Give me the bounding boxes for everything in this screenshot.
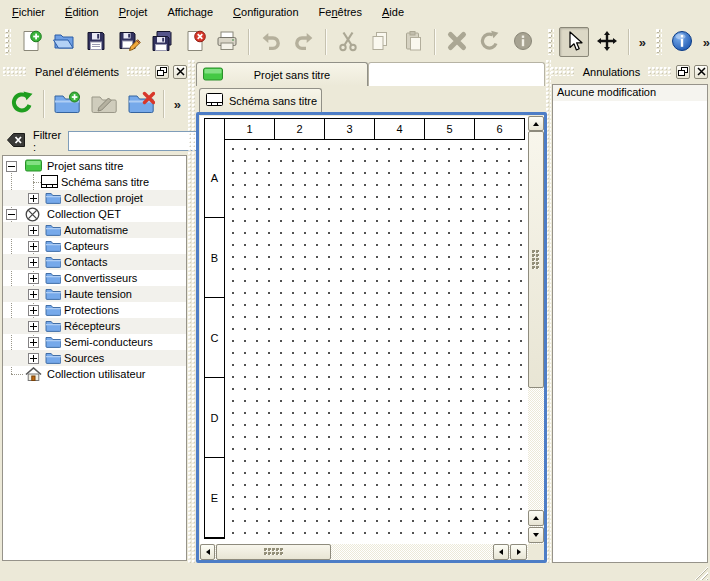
element-info-button[interactable] [508,27,538,57]
toolbar-overflow-chevron[interactable]: » [636,35,649,50]
expand-expander-icon[interactable] [28,273,39,284]
horizontal-scrollbar[interactable] [200,544,528,560]
tab-projet-sans-titre[interactable]: Projet sans titre [196,62,368,86]
tab-schema-sans-titre[interactable]: Schéma sans titre [199,88,322,112]
tree-item-convertisseurs[interactable]: Convertisseurs [3,270,186,286]
project-tab-icon [203,67,223,83]
new-category-button[interactable] [51,88,82,120]
open-project-button[interactable] [49,27,79,57]
row-header: B [205,218,224,298]
folder-icon [45,319,61,334]
folder-icon [45,287,61,302]
open-folder-icon [52,29,76,55]
tree-item-contacts[interactable]: Contacts [3,254,186,270]
expand-expander-icon[interactable] [28,257,39,268]
menu-edition[interactable]: Édition [55,3,109,21]
expand-expander-icon[interactable] [28,289,39,300]
tree-item-collection-utilisateur[interactable]: Collection utilisateur [3,366,186,382]
new-folder-icon [53,90,81,118]
new-document-button[interactable] [16,27,46,57]
scroll-up-button-2[interactable] [528,510,544,526]
delete-category-button[interactable] [126,88,157,120]
copy-button[interactable] [366,27,396,57]
expand-expander-icon[interactable] [28,305,39,316]
reload-collections-button[interactable] [6,88,37,120]
expand-expander-icon[interactable] [28,321,39,332]
toolbar-overflow-chevron[interactable]: » [700,35,710,50]
menu-aide[interactable]: Aide [372,3,414,21]
vertical-scroll-thumb[interactable] [528,131,544,388]
collapse-expander-icon[interactable] [6,209,17,220]
horizontal-scroll-thumb[interactable] [216,544,331,560]
vertical-scrollbar[interactable] [528,116,544,544]
scissors-icon [336,29,360,55]
collapse-expander-icon[interactable] [6,161,17,172]
cursor-arrow-icon [563,30,585,54]
menu-fichier[interactable]: Fichier [2,3,55,21]
toolbar-grip[interactable] [5,29,11,55]
menu-configuration[interactable]: Configuration [223,3,308,21]
float-panel-button[interactable] [155,65,169,79]
tree-item-sources[interactable]: Sources [3,350,186,366]
expand-expander-icon[interactable] [28,225,39,236]
redo-button[interactable] [289,27,319,57]
save-as-button[interactable] [114,27,144,57]
expand-expander-icon[interactable] [28,353,39,364]
scroll-left-button[interactable] [200,544,215,560]
clear-filter-button[interactable] [6,131,26,151]
tree-item-haute-tension[interactable]: Haute tension [3,286,186,302]
toolbar-grip[interactable] [656,29,662,55]
scroll-down-button[interactable] [528,527,544,543]
undo-history-list[interactable]: Aucune modification [552,84,708,563]
diagram-canvas[interactable]: 1 2 3 4 5 6 A B C D E [200,116,528,544]
expand-expander-icon[interactable] [28,337,39,348]
folder-icon [45,255,61,270]
cut-button[interactable] [333,27,363,57]
menu-affichage[interactable]: Affichage [157,3,223,21]
tree-item-protections[interactable]: Protections [3,302,186,318]
float-panel-button[interactable] [676,65,690,79]
move-tool-button[interactable] [592,27,622,57]
delete-button[interactable] [442,27,472,57]
toolbar-grip[interactable] [548,29,554,55]
close-document-icon [183,29,207,55]
row-header: A [205,138,224,218]
save-all-button[interactable] [147,27,177,57]
left-splitter-handle[interactable] [188,60,196,563]
scroll-right-button[interactable] [510,544,527,560]
about-qet-button[interactable] [667,27,697,57]
save-button[interactable] [81,27,111,57]
tree-item-collection-qet[interactable]: Collection QET [3,206,186,222]
tree-item-recepteurs[interactable]: Récepteurs [3,318,186,334]
tree-item-projet-sans-titre[interactable]: Projet sans titre [3,158,186,174]
print-icon [215,29,239,55]
menu-fenetres[interactable]: Fenêtres [309,3,372,21]
close-document-button[interactable] [180,27,210,57]
expand-expander-icon[interactable] [28,193,39,204]
tree-item-collection-projet[interactable]: Collection projet [3,190,186,206]
elements-tree[interactable]: Projet sans titre Schéma sans titre Coll… [2,155,187,561]
folder-icon [45,239,61,254]
tree-item-automatisme[interactable]: Automatisme [3,222,186,238]
tree-item-schema-sans-titre[interactable]: Schéma sans titre [3,174,186,190]
rotate-button[interactable] [475,27,505,57]
undo-button[interactable] [256,27,286,57]
tree-item-capteurs[interactable]: Capteurs [3,238,186,254]
toolbar-separator [628,29,630,55]
move-arrows-icon [596,30,618,54]
menu-projet[interactable]: Projet [109,3,158,21]
print-button[interactable] [213,27,243,57]
scroll-left-button-2[interactable] [493,544,509,560]
close-panel-button[interactable] [694,65,708,79]
edit-category-button[interactable] [88,88,119,120]
panel-overflow-chevron[interactable]: » [171,97,184,112]
undo-history-item[interactable]: Aucune modification [553,85,707,101]
selection-tool-button[interactable] [559,27,589,57]
paste-button[interactable] [398,27,428,57]
expand-expander-icon[interactable] [28,241,39,252]
window-resize-grip[interactable] [694,566,708,580]
scroll-up-button[interactable] [528,116,544,131]
tree-item-semi-conducteurs[interactable]: Semi-conducteurs [3,334,186,350]
column-header: 2 [274,119,324,139]
close-panel-button[interactable] [173,65,187,79]
